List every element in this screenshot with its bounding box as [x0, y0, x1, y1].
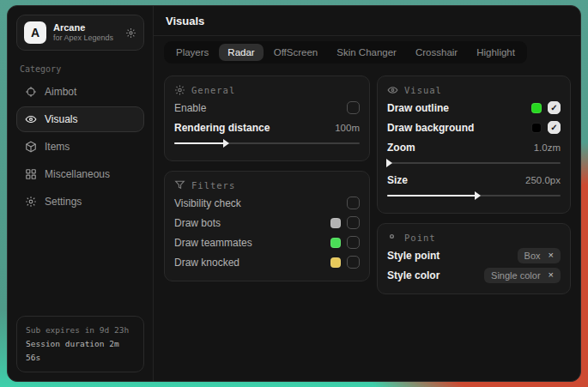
slider-thumb[interactable] — [475, 191, 481, 200]
setting-row: Zoom1.0zm — [387, 138, 561, 156]
chip-close-icon[interactable]: × — [549, 251, 554, 260]
sidebar-item-label: Visuals — [45, 113, 77, 125]
setting-label: Size — [387, 174, 519, 186]
main-header: Visuals — [154, 6, 580, 36]
tab-players[interactable]: Players — [167, 44, 217, 61]
setting-label: Draw teammates — [174, 237, 324, 249]
session-card: Sub expires in 9d 23h Session duration 2… — [16, 316, 144, 372]
slider-thumb[interactable] — [386, 159, 392, 167]
setting-label: Draw background — [387, 122, 525, 134]
page-title: Visuals — [166, 15, 568, 27]
sidebar-item-settings[interactable]: Settings — [16, 189, 144, 215]
setting-label: Draw outline — [387, 102, 525, 114]
right-column: VisualDraw outline✓Draw background✓Zoom1… — [377, 76, 571, 294]
gear-icon — [25, 196, 37, 208]
sidebar-item-label: Items — [45, 141, 70, 153]
box-icon — [25, 141, 37, 153]
setting-label: Style color — [387, 269, 478, 281]
checkbox-unchecked[interactable] — [347, 101, 360, 114]
slider[interactable] — [387, 159, 561, 167]
gear-icon — [174, 84, 185, 95]
setting-label: Draw bots — [174, 217, 324, 229]
grid-icon — [25, 168, 37, 180]
tab-offscreen[interactable]: OffScreen — [265, 44, 327, 61]
tab-highlight[interactable]: Highlight — [468, 44, 524, 61]
panel-filters: FiltersVisibility checkDraw botsDraw tea… — [164, 171, 370, 281]
setting-value: 100m — [335, 123, 360, 133]
setting-row: Style colorSingle color× — [387, 266, 561, 284]
chip-close-icon[interactable]: × — [549, 270, 554, 280]
color-swatch[interactable] — [330, 257, 341, 268]
panel-title: Visual — [404, 85, 442, 95]
sidebar: A Arcane for Apex Legends Category Aimbo… — [8, 6, 154, 381]
content: GeneralEnableRendering distance100mFilte… — [154, 67, 580, 381]
category-label: Category — [20, 64, 141, 74]
crosshair-icon — [25, 86, 37, 98]
setting-row: Enable — [174, 99, 360, 117]
panel-point: PointStyle pointBox×Style colorSingle co… — [377, 223, 571, 294]
slider-fill — [174, 142, 224, 144]
panel-general: GeneralEnableRendering distance100m — [164, 76, 370, 161]
setting-row: Draw background✓ — [387, 118, 561, 136]
tab-radar[interactable]: Radar — [219, 44, 263, 61]
sidebar-nav: AimbotVisualsItemsMiscellaneousSettings — [16, 79, 144, 215]
setting-row: Draw knocked — [174, 253, 360, 271]
panel-title: Point — [404, 233, 436, 243]
panel-visual: VisualDraw outline✓Draw background✓Zoom1… — [377, 76, 571, 214]
sidebar-item-visuals[interactable]: Visuals — [16, 106, 144, 132]
chip-label: Box — [524, 251, 541, 261]
checkbox-unchecked[interactable] — [347, 236, 360, 249]
sub-expires-text: Sub expires in 9d 23h — [26, 324, 135, 337]
color-swatch[interactable] — [531, 103, 542, 113]
app-logo: A — [24, 21, 46, 44]
setting-label: Style point — [387, 250, 512, 262]
sidebar-item-aimbot[interactable]: Aimbot — [16, 79, 144, 105]
setting-label: Rendering distance — [174, 122, 329, 134]
funnel-icon — [174, 179, 185, 190]
brand-card: A Arcane for Apex Legends — [16, 15, 144, 51]
app-subtitle: for Apex Legends — [53, 33, 118, 43]
slider[interactable] — [387, 191, 561, 200]
eye-icon — [25, 113, 37, 125]
tab-bar: PlayersRadarOffScreenSkin ChangerCrossha… — [164, 41, 527, 63]
checkbox-checked[interactable]: ✓ — [548, 121, 561, 134]
setting-label: Draw knocked — [174, 257, 324, 269]
panel-visual-header: Visual — [387, 84, 561, 95]
color-swatch[interactable] — [330, 218, 341, 228]
panel-general-header: General — [174, 84, 360, 95]
setting-row: Style pointBox× — [387, 246, 561, 264]
eye-icon — [387, 84, 398, 95]
sidebar-item-items[interactable]: Items — [16, 134, 144, 160]
tab-skin-changer[interactable]: Skin Changer — [328, 44, 405, 61]
brand-gear-icon[interactable] — [125, 27, 136, 39]
color-swatch[interactable] — [330, 238, 341, 248]
setting-label: Visibility check — [174, 197, 341, 209]
setting-label: Zoom — [387, 142, 528, 154]
slider-thumb[interactable] — [223, 139, 229, 148]
setting-value: 250.0px — [525, 175, 561, 185]
chip-label: Single color — [491, 270, 540, 281]
checkbox-unchecked[interactable] — [347, 216, 360, 229]
select-chip[interactable]: Box× — [518, 248, 561, 263]
panel-title: General — [191, 85, 235, 95]
checkbox-unchecked[interactable] — [347, 256, 360, 269]
setting-row: Draw outline✓ — [387, 99, 561, 117]
checkbox-checked[interactable]: ✓ — [548, 101, 561, 114]
setting-value: 1.0zm — [534, 142, 561, 153]
main-area: Visuals PlayersRadarOffScreenSkin Change… — [154, 6, 580, 381]
session-duration-text: Session duration 2m 56s — [26, 337, 135, 365]
slider[interactable] — [174, 139, 360, 148]
checkbox-unchecked[interactable] — [347, 197, 360, 209]
dot-icon — [387, 232, 398, 243]
select-chip[interactable]: Single color× — [484, 268, 561, 283]
app-window: A Arcane for Apex Legends Category Aimbo… — [7, 5, 581, 382]
sidebar-item-miscellaneous[interactable]: Miscellaneous — [16, 161, 144, 187]
setting-row: Visibility check — [174, 194, 360, 212]
slider-track[interactable] — [387, 162, 561, 164]
tab-crosshair[interactable]: Crosshair — [407, 44, 466, 61]
panel-filters-header: Filters — [174, 179, 360, 190]
setting-row: Size250.0px — [387, 171, 561, 189]
sidebar-item-label: Aimbot — [45, 86, 76, 98]
sidebar-item-label: Settings — [45, 196, 82, 208]
color-swatch[interactable] — [531, 123, 542, 133]
